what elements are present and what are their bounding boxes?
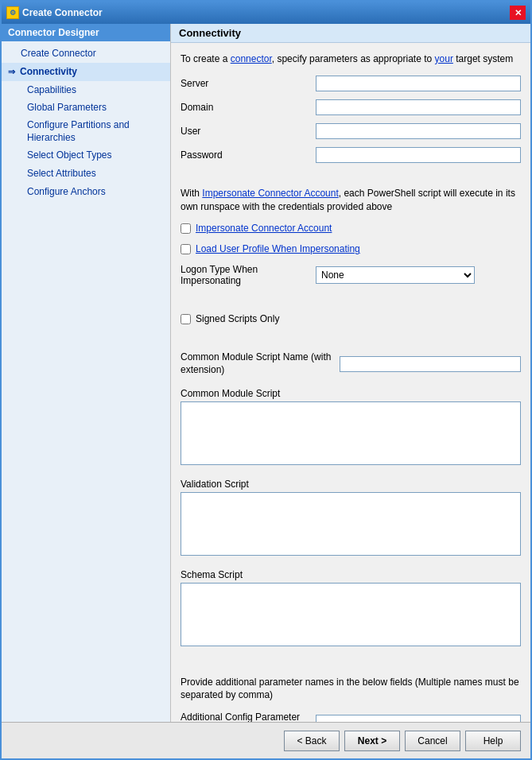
load-profile-label[interactable]: Load User Profile When Impersonating <box>196 243 360 254</box>
user-row: User <box>181 123 521 139</box>
main-content: Connector Designer Create Connector Conn… <box>2 24 530 722</box>
sidebar-item-capabilities[interactable]: Capabilities <box>2 81 170 99</box>
domain-input[interactable] <box>316 99 521 115</box>
sidebar-items: Create Connector Connectivity Capabiliti… <box>2 41 170 204</box>
bottom-bar: < Back Next > Cancel Help <box>2 722 530 758</box>
signed-scripts-checkbox[interactable] <box>181 314 191 324</box>
cancel-button[interactable]: Cancel <box>405 731 460 751</box>
window-title: Create Connector <box>22 7 103 18</box>
common-module-name-row: Common Module Script Name (withextension… <box>181 351 521 376</box>
server-row: Server <box>181 76 521 91</box>
signed-scripts-label[interactable]: Signed Scripts Only <box>196 313 279 324</box>
domain-row: Domain <box>181 99 521 115</box>
impersonate-account-checkbox[interactable] <box>181 223 191 234</box>
impersonate-account-row: Impersonate Connector Account <box>181 223 521 234</box>
your-link[interactable]: your <box>435 53 453 64</box>
connector-link[interactable]: connector <box>231 53 272 64</box>
validation-script-label: Validation Script <box>181 479 521 490</box>
validation-script-group: Validation Script <box>181 479 521 558</box>
close-button[interactable]: ✕ <box>510 6 526 20</box>
titlebar: ⚙ Create Connector ✕ <box>2 2 530 24</box>
server-input[interactable] <box>316 76 521 91</box>
additional-config-input[interactable] <box>316 715 521 722</box>
app-icon: ⚙ <box>6 6 19 19</box>
additional-params-note: Provide additional parameter names in th… <box>181 676 521 703</box>
additional-config-row: Additional Config Parameter Names <box>181 712 521 722</box>
signed-scripts-row: Signed Scripts Only <box>181 313 521 324</box>
domain-label: Domain <box>181 102 316 113</box>
next-button[interactable]: Next > <box>344 731 400 751</box>
password-label: Password <box>181 149 316 161</box>
sidebar-title: Connector Designer <box>2 24 170 41</box>
server-label: Server <box>181 78 316 89</box>
schema-script-group: Schema Script <box>181 569 521 649</box>
password-row: Password <box>181 147 521 163</box>
content-header: Connectivity <box>171 24 530 43</box>
common-module-name-group: Common Module Script Name (withextension… <box>181 351 521 376</box>
intro-text: To create a connector, specify parameter… <box>181 52 521 66</box>
main-window: ⚙ Create Connector ✕ Connector Designer … <box>0 0 532 760</box>
logon-type-row: Logon Type When Impersonating None Inter… <box>181 264 521 286</box>
load-profile-checkbox[interactable] <box>181 244 191 254</box>
impersonate-link[interactable]: Impersonate Connector Account <box>202 188 338 199</box>
common-module-name-label: Common Module Script Name (withextension… <box>181 351 340 376</box>
common-module-script-textarea[interactable] <box>181 401 521 465</box>
schema-script-label: Schema Script <box>181 569 521 580</box>
impersonate-account-label[interactable]: Impersonate Connector Account <box>196 223 332 234</box>
titlebar-left: ⚙ Create Connector <box>6 6 103 19</box>
content-body: To create a connector, specify parameter… <box>171 43 530 722</box>
sidebar-item-select-object-types[interactable]: Select Object Types <box>2 146 170 165</box>
user-label: User <box>181 126 316 137</box>
user-input[interactable] <box>316 123 521 139</box>
logon-type-select[interactable]: None Interactive Network Batch Service N… <box>316 266 475 284</box>
content-area: Connectivity To create a connector, spec… <box>171 24 530 722</box>
sidebar-item-create-connector[interactable]: Create Connector <box>2 45 170 63</box>
sidebar-item-connectivity[interactable]: Connectivity <box>2 63 170 81</box>
common-module-script-label: Common Module Script <box>181 388 521 399</box>
schema-script-textarea[interactable] <box>181 583 521 646</box>
impersonate-note: With Impersonate Connector Account, each… <box>181 187 521 214</box>
common-module-script-group: Common Module Script <box>181 388 521 467</box>
help-button[interactable]: Help <box>465 731 521 751</box>
logon-type-label: Logon Type When Impersonating <box>181 264 316 286</box>
sidebar-item-select-attributes[interactable]: Select Attributes <box>2 165 170 183</box>
sidebar-item-configure-partitions[interactable]: Configure Partitions and Hierarchies <box>2 117 170 146</box>
sidebar: Connector Designer Create Connector Conn… <box>2 24 171 722</box>
additional-config-label: Additional Config Parameter Names <box>181 712 316 722</box>
back-button[interactable]: < Back <box>284 731 340 751</box>
validation-script-textarea[interactable] <box>181 492 521 556</box>
password-input[interactable] <box>316 147 521 163</box>
common-module-name-input[interactable] <box>340 356 521 372</box>
sidebar-item-configure-anchors[interactable]: Configure Anchors <box>2 183 170 201</box>
load-profile-row: Load User Profile When Impersonating <box>181 243 521 254</box>
sidebar-item-global-parameters[interactable]: Global Parameters <box>2 99 170 117</box>
